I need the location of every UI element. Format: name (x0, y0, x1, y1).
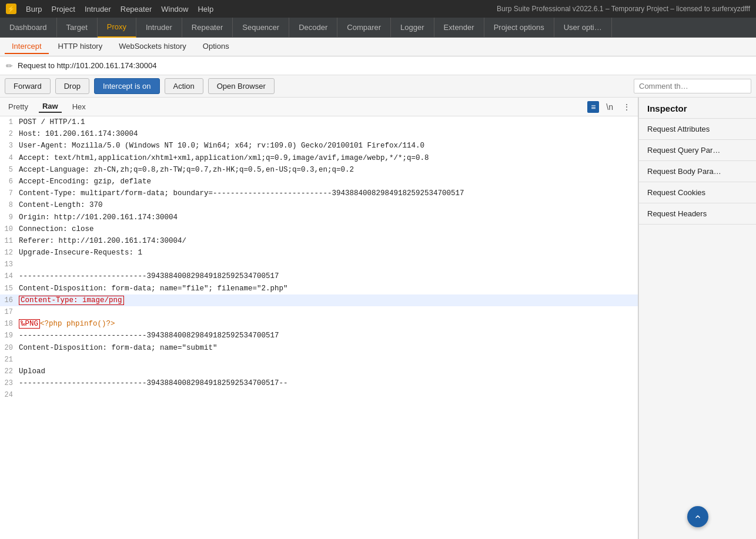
table-row: 23 -----------------------------39438840… (0, 377, 638, 389)
view-tab-raw[interactable]: Raw (39, 101, 62, 113)
code-lines: 1 POST / HTTP/1.1 2 Host: 101.200.161.17… (0, 116, 638, 401)
table-row: 19 -----------------------------39438840… (0, 330, 638, 342)
inspector-body (639, 225, 756, 539)
menu-repeater[interactable]: Repeater (121, 5, 152, 14)
request-url-text: Request to http://101.200.161.174:30004 (18, 61, 156, 70)
inspector-request-cookies[interactable]: Request Cookies (639, 182, 756, 203)
php-code: <?php phpinfo()?> (40, 320, 115, 328)
table-row: 11 Referer: http://101.200.161.174:30004… (0, 235, 638, 247)
table-row: 9 Origin: http://101.200.161.174:30004 (0, 212, 638, 223)
app-title: Burp Suite Professional v2022.6.1 – Temp… (497, 5, 750, 13)
main-layout: Pretty Raw Hex ≡ \n ⋮ 1 POST / HTTP/1.1 … (0, 98, 756, 539)
comment-input[interactable] (634, 79, 751, 93)
inspector-title: Inspector (639, 98, 756, 119)
nav-tab-decoder[interactable]: Decoder (289, 18, 337, 38)
view-tab-hex[interactable]: Hex (69, 101, 89, 112)
table-row: 8 Content-Length: 370 (0, 199, 638, 211)
open-browser-button[interactable]: Open Browser (208, 78, 275, 94)
menu-burp[interactable]: Burp (26, 5, 42, 14)
request-content: 1 POST / HTTP/1.1 2 Host: 101.200.161.17… (0, 116, 638, 539)
editor-toolbar: Pretty Raw Hex ≡ \n ⋮ (0, 98, 638, 116)
nav-tab-project-options[interactable]: Project options (484, 18, 554, 38)
nav-tab-target[interactable]: Target (57, 18, 98, 38)
sub-tab-options[interactable]: Options (196, 39, 236, 54)
top-nav: Dashboard Target Proxy Intruder Repeater… (0, 18, 756, 38)
table-row: 5 Accept-Language: zh-CN,zh;q=0.8,zh-TW;… (0, 164, 638, 176)
table-row: 20 Content-Disposition: form-data; name=… (0, 342, 638, 354)
menu-intruder[interactable]: Intruder (85, 5, 111, 14)
table-row: 12 Upgrade-Insecure-Requests: 1 (0, 247, 638, 259)
menu-items: Burp Project Intruder Repeater Window He… (26, 5, 213, 14)
menu-help[interactable]: Help (198, 5, 213, 14)
svg-point-0 (693, 513, 702, 521)
table-row: 21 (0, 354, 638, 366)
png-magic-bytes: ‰PNG (19, 319, 40, 329)
nav-tab-intruder[interactable]: Intruder (136, 18, 182, 38)
table-row: 16 Content-Type: image/png (0, 294, 638, 306)
sub-tab-intercept[interactable]: Intercept (5, 39, 49, 54)
table-row: 13 (0, 259, 638, 270)
request-url-bar: ✏ Request to http://101.200.161.174:3000… (0, 56, 756, 75)
table-row: 6 Accept-Encoding: gzip, deflate (0, 176, 638, 188)
inspector-request-attributes[interactable]: Request Attributes (639, 119, 756, 140)
intercept-button[interactable]: Intercept is on (94, 78, 160, 94)
table-row: 4 Accept: text/html,application/xhtml+xm… (0, 152, 638, 164)
table-row: 18 ‰PNG<?php phpinfo()?> (0, 318, 638, 330)
nav-tab-user-options[interactable]: User opti… (554, 18, 612, 38)
nav-tab-extender[interactable]: Extender (434, 18, 484, 38)
edit-icon: ✏ (6, 61, 13, 71)
table-row: 10 Connection: close (0, 223, 638, 235)
table-row: 3 User-Agent: Mozilla/5.0 (Windows NT 10… (0, 140, 638, 152)
left-panel: Pretty Raw Hex ≡ \n ⋮ 1 POST / HTTP/1.1 … (0, 98, 638, 539)
scroll-to-top-button[interactable] (687, 506, 708, 527)
table-row: 14 -----------------------------39438840… (0, 270, 638, 282)
nav-tab-dashboard[interactable]: Dashboard (0, 18, 57, 38)
table-row: 2 Host: 101.200.161.174:30004 (0, 128, 638, 140)
highlighted-content-type: Content-Type: image/png (19, 296, 124, 305)
sub-tab-http-history[interactable]: HTTP history (51, 39, 110, 54)
scroll-icon (693, 511, 703, 522)
more-options-icon[interactable]: ⋮ (620, 101, 633, 113)
sub-nav: Intercept HTTP history WebSockets histor… (0, 38, 756, 56)
action-bar: Forward Drop Intercept is on Action Open… (0, 75, 756, 98)
newlines-icon[interactable]: \n (604, 101, 615, 113)
forward-button[interactable]: Forward (5, 78, 51, 94)
table-row: 1 POST / HTTP/1.1 (0, 116, 638, 128)
view-tab-pretty[interactable]: Pretty (5, 101, 32, 112)
menu-window[interactable]: Window (161, 5, 188, 14)
nav-tab-proxy[interactable]: Proxy (98, 18, 136, 38)
action-button[interactable]: Action (165, 78, 203, 94)
inspector-request-headers[interactable]: Request Headers (639, 203, 756, 225)
drop-button[interactable]: Drop (55, 78, 89, 94)
burp-logo: ⚡ (6, 4, 16, 14)
menu-project[interactable]: Project (51, 5, 75, 14)
nav-tab-logger[interactable]: Logger (391, 18, 434, 38)
table-row: 7 Content-Type: multipart/form-data; bou… (0, 188, 638, 199)
table-row: 15 Content-Disposition: form-data; name=… (0, 283, 638, 294)
toolbar-icons: ≡ \n ⋮ (587, 101, 633, 113)
word-wrap-icon[interactable]: ≡ (587, 101, 599, 113)
nav-tab-repeater[interactable]: Repeater (182, 18, 233, 38)
inspector-request-body-params[interactable]: Request Body Para… (639, 161, 756, 182)
title-bar: ⚡ Burp Project Intruder Repeater Window … (0, 0, 756, 18)
table-row: 24 (0, 389, 638, 401)
nav-tab-sequencer[interactable]: Sequencer (233, 18, 289, 38)
inspector-panel: Inspector Request Attributes Request Que… (638, 98, 756, 539)
table-row: 17 (0, 306, 638, 318)
nav-tab-comparer[interactable]: Comparer (337, 18, 391, 38)
table-row: 22 Upload (0, 366, 638, 377)
sub-tab-websockets-history[interactable]: WebSockets history (112, 39, 193, 54)
inspector-request-query-params[interactable]: Request Query Par… (639, 140, 756, 161)
